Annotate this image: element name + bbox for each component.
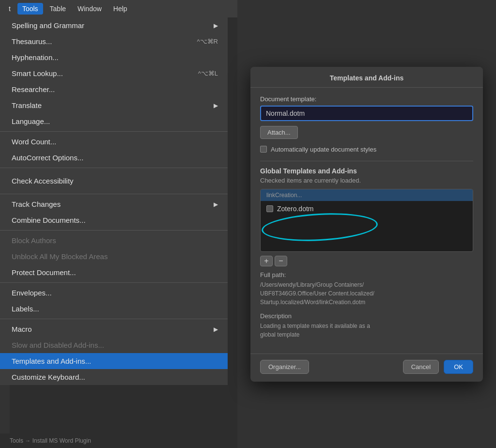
menu-item-combinedocs-label: Combine Documents... [12,216,86,224]
menu-item-templates-label: Templates and Add-ins... [12,357,91,365]
separator-1 [0,131,228,132]
bottom-bar: Tools → Install MS Word Plugin [0,433,237,448]
templates-addins-dialog: Templates and Add-ins Document template:… [250,67,483,382]
menu-item-spelling-label: Spelling and Grammar [12,21,84,30]
menu-item-templates[interactable]: Templates and Add-ins... [0,353,228,369]
description-label: Description [260,312,473,320]
menu-item-researcher[interactable]: Researcher... [0,81,228,97]
menu-item-keyboard-label: Customize Keyboard... [12,373,85,381]
menu-bar-item-tools[interactable]: Tools [17,3,43,15]
menu-item-smartlookup[interactable]: Smart Lookup... ^⌥⌘L [0,65,228,81]
menu-bar-item-help[interactable]: Help [108,3,132,15]
menu-item-translate-arrow: ▶ [214,102,218,109]
global-templates-subtitle: Checked items are currently loaded. [260,177,473,184]
menu-item-thesaurus-label: Thesaurus... [12,37,52,46]
menu-item-envelopes-label: Envelopes... [12,289,52,297]
ok-button[interactable]: OK [444,360,473,374]
footer-right: Cancel OK [403,360,473,374]
global-templates-title: Global Templates and Add-ins [260,167,473,175]
menu-item-macro[interactable]: Macro ▶ [0,321,228,337]
dialog-footer: Organizer... Cancel OK [250,354,483,382]
menu-bar-item-t[interactable]: t [4,3,16,15]
menu-item-language-label: Language... [12,117,50,125]
document-template-input[interactable]: Normal.dotm [260,106,473,121]
menu-item-spelling-arrow: ▶ [214,22,218,29]
menu-item-smartlookup-label: Smart Lookup... [12,69,63,77]
menu-item-combinedocs[interactable]: Combine Documents... [0,212,228,228]
separator-4 [0,230,228,231]
menu-item-wordcount-label: Word Count... [12,138,56,146]
dialog-title: Templates and Add-ins [330,74,403,82]
dialog-titlebar: Templates and Add-ins [250,67,483,88]
menu-item-accessibility-label: Check Accessibility [12,177,74,185]
menu-item-spelling[interactable]: Spelling and Grammar ▶ [0,17,228,33]
menu-item-keyboard[interactable]: Customize Keyboard... [0,369,228,385]
menu-item-wordcount[interactable]: Word Count... [0,134,228,150]
menu-item-blockauthors-label: Block Authors [12,236,56,245]
menu-item-translate[interactable]: Translate ▶ [0,97,228,113]
addins-list: linkCreation... Zotero.dotm [260,189,473,252]
cancel-button[interactable]: Cancel [403,360,439,374]
description-value: Loading a template makes it available as… [260,322,473,339]
menu-item-researcher-label: Researcher... [12,85,55,93]
separator-2 [0,168,228,168]
menu-item-trackchanges[interactable]: Track Changes ▶ [0,196,228,212]
menu-item-labels-label: Labels... [12,305,39,313]
menu-item-slowaddins: Slow and Disabled Add-ins... [0,337,228,353]
menu-item-thesaurus[interactable]: Thesaurus... ^⌥⌘R [0,33,228,49]
addin-zotero-label: Zotero.dotm [277,205,313,213]
auto-update-checkbox[interactable] [260,146,267,153]
remove-addin-button[interactable]: − [275,256,287,266]
dialog-content: Document template: Normal.dotm Attach...… [250,88,483,354]
menu-item-language[interactable]: Language... [0,113,228,129]
menu-item-trackchanges-label: Track Changes [12,200,61,208]
menu-item-macro-label: Macro [12,325,32,333]
menu-item-hyphenation-label: Hyphenation... [12,53,59,62]
menu-item-thesaurus-shortcut: ^⌥⌘R [197,38,218,45]
separator-5 [0,282,228,283]
menu-item-macro-arrow: ▶ [214,326,218,333]
tools-menu-panel: t Tools Table Window Help Spelling and G… [0,0,237,448]
menu-item-slowaddins-label: Slow and Disabled Add-ins... [12,341,104,349]
fullpath-value: /Users/wendy/Library/Group Containers/ U… [260,280,473,307]
menu-bar: t Tools Table Window Help [0,0,237,17]
menu-item-hyphenation[interactable]: Hyphenation... [0,49,228,65]
menu-item-blockauthors: Block Authors [0,232,228,248]
menu-item-protect-label: Protect Document... [12,268,76,277]
organizer-button[interactable]: Organizer... [260,360,309,374]
menu-item-trackchanges-arrow: ▶ [214,201,218,208]
separator-6 [0,319,228,319]
section-separator [260,161,473,161]
plus-minus-row: + − [260,256,473,266]
menu-item-envelopes[interactable]: Envelopes... [0,285,228,301]
auto-update-row: Automatically update document styles [260,146,473,153]
menu-item-smartlookup-shortcut: ^⌥⌘L [198,70,218,77]
menu-item-autocorrect[interactable]: AutoCorrect Options... [0,150,228,166]
addin-item-top[interactable]: linkCreation... [261,189,473,201]
addin-item-zotero[interactable]: Zotero.dotm [261,201,473,216]
bottom-text: Tools → Install MS Word Plugin [10,437,91,444]
auto-update-label: Automatically update document styles [271,146,376,153]
menu-item-unblock: Unblock All My Blocked Areas [0,248,228,264]
add-addin-button[interactable]: + [260,256,273,266]
document-template-label: Document template: [260,95,473,103]
addin-zotero-checkbox[interactable] [266,205,273,212]
fullpath-label: Full path: [260,271,473,278]
menu-item-accessibility[interactable]: Check Accessibility [0,170,228,192]
dropdown-menu: Spelling and Grammar ▶ Thesaurus... ^⌥⌘R… [0,17,237,385]
menu-item-unblock-label: Unblock All My Blocked Areas [12,252,108,261]
dialog-panel: Templates and Add-ins Document template:… [237,0,496,448]
menu-item-autocorrect-label: AutoCorrect Options... [12,154,83,162]
menu-item-protect[interactable]: Protect Document... [0,264,228,280]
footer-left: Organizer... [260,360,309,374]
menu-bar-item-window[interactable]: Window [73,3,107,15]
attach-button[interactable]: Attach... [260,126,298,139]
menu-bar-item-table[interactable]: Table [45,3,71,15]
menu-item-labels[interactable]: Labels... [0,301,228,317]
menu-item-translate-label: Translate [12,101,42,109]
separator-3 [0,194,228,194]
